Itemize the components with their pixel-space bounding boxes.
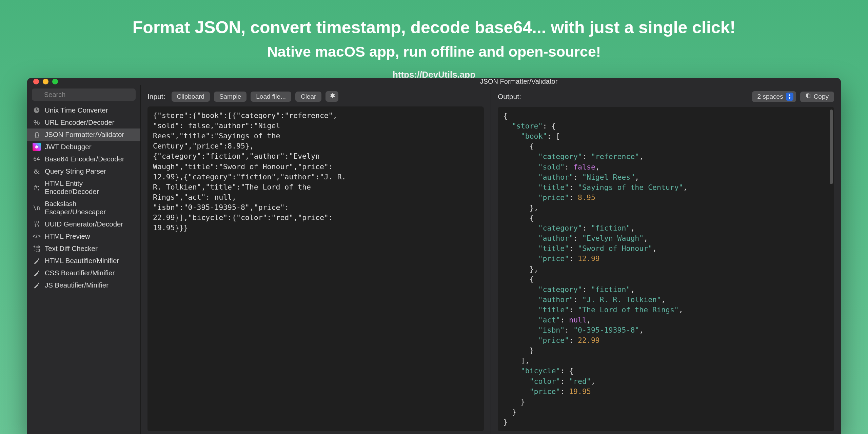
- b64-icon: 64: [33, 155, 41, 163]
- sidebar-item-js-beautifier-minifier[interactable]: JS Beautifier/Minifier: [27, 279, 140, 291]
- braces-icon: {,}: [33, 131, 41, 139]
- clear-button[interactable]: Clear: [295, 92, 321, 102]
- tool-list: Unix Time Converter%URL Encoder/Decoder{…: [27, 104, 140, 291]
- settings-button[interactable]: [326, 91, 338, 102]
- clock-icon: [33, 106, 41, 114]
- input-pane: Input: Clipboard Sample Load file... Cle…: [141, 85, 491, 434]
- chevron-updown-icon: ▲▼: [786, 93, 793, 101]
- scrollbar-icon[interactable]: [830, 110, 833, 184]
- amp-icon: &: [33, 167, 41, 175]
- sidebar-item-label: HTML Beautifier/Minifier: [45, 257, 119, 265]
- fullscreen-icon[interactable]: [52, 79, 58, 84]
- sidebar-item-label: HTML Entity Encoder/Decoder: [45, 179, 135, 196]
- clipboard-button[interactable]: Clipboard: [172, 92, 210, 102]
- percent-icon: %: [33, 118, 41, 126]
- clipboard-icon: [806, 93, 811, 101]
- sidebar-item-html-beautifier-minifier[interactable]: HTML Beautifier/Minifier: [27, 255, 140, 267]
- sidebar-item-base64-encoder-decoder[interactable]: 64Base64 Encoder/Decoder: [27, 153, 140, 165]
- sidebar-item-jwt-debugger[interactable]: ✱JWT Debugger: [27, 141, 140, 153]
- sidebar-item-label: CSS Beautifier/Minifier: [45, 269, 115, 277]
- sidebar-item-label: JWT Debugger: [45, 143, 91, 151]
- search-input[interactable]: [32, 88, 136, 101]
- sidebar-item-backslash-escaper-unescaper[interactable]: \nBackslash Escaper/Unescaper: [27, 198, 140, 218]
- output-textarea[interactable]: { "store": { "book": [ { "category": "re…: [498, 107, 834, 431]
- wand-icon: [33, 269, 41, 277]
- indent-select[interactable]: 2 spaces ▲▼: [752, 91, 796, 102]
- diff-icon: +ab-cd: [33, 244, 41, 253]
- sidebar-item-label: HTML Preview: [45, 232, 90, 240]
- gear-icon: [329, 93, 335, 100]
- svg-rect-3: [807, 94, 810, 98]
- copy-button[interactable]: Copy: [800, 92, 834, 102]
- sidebar-item-json-formatter-validator[interactable]: {,}JSON Formatter/Validator: [27, 129, 140, 141]
- sidebar-item-query-string-parser[interactable]: &Query String Parser: [27, 165, 140, 177]
- app-window: JSON Formatter/Validator Unix Time Conve…: [27, 78, 841, 434]
- hero-headline-2: Native macOS app, run offline and open-s…: [0, 43, 868, 60]
- sidebar-item-label: UUID Generator/Decoder: [45, 220, 123, 228]
- sidebar-item-label: Unix Time Converter: [45, 106, 108, 114]
- wand-icon: [33, 281, 41, 289]
- sidebar-item-html-entity-encoder-decoder[interactable]: #;HTML Entity Encoder/Decoder: [27, 177, 140, 198]
- sidebar-item-label: Backslash Escaper/Unescaper: [45, 200, 135, 216]
- close-icon[interactable]: [33, 79, 39, 84]
- sample-button[interactable]: Sample: [214, 92, 246, 102]
- hero-banner: Format JSON, convert timestamp, decode b…: [0, 0, 868, 80]
- traffic-lights: [33, 79, 58, 84]
- sidebar-item-label: Base64 Encoder/Decoder: [45, 155, 124, 163]
- indent-value: 2 spaces: [757, 93, 783, 100]
- minimize-icon[interactable]: [43, 79, 48, 84]
- sidebar-item-label: JS Beautifier/Minifier: [45, 281, 108, 289]
- titlebar: JSON Formatter/Validator: [27, 78, 841, 85]
- sidebar-item-label: URL Encoder/Decoder: [45, 118, 114, 126]
- input-textarea[interactable]: {"store":{"book":[{"category":"reference…: [147, 106, 484, 431]
- sidebar-item-unix-time-converter[interactable]: Unix Time Converter: [27, 104, 140, 116]
- copy-label: Copy: [814, 93, 829, 100]
- output-label: Output:: [498, 93, 521, 101]
- sidebar-item-html-preview[interactable]: </>HTML Preview: [27, 230, 140, 242]
- output-pane: Output: 2 spaces ▲▼ Copy: [491, 85, 841, 434]
- sidebar-item-label: Query String Parser: [45, 167, 106, 175]
- sidebar-item-label: Text Diff Checker: [45, 244, 98, 253]
- window-title: JSON Formatter/Validator: [27, 78, 841, 85]
- sidebar-item-label: JSON Formatter/Validator: [45, 131, 124, 139]
- uuid-icon: UUID: [33, 220, 41, 228]
- input-label: Input:: [147, 93, 165, 101]
- html-icon: </>: [33, 232, 41, 240]
- load-file-button[interactable]: Load file...: [251, 92, 291, 102]
- jwt-icon: ✱: [33, 143, 41, 151]
- hero-headline-1: Format JSON, convert timestamp, decode b…: [0, 18, 868, 37]
- sidebar-item-url-encoder-decoder[interactable]: %URL Encoder/Decoder: [27, 116, 140, 129]
- wand-icon: [33, 257, 41, 265]
- sidebar: Unix Time Converter%URL Encoder/Decoder{…: [27, 85, 141, 434]
- sidebar-item-css-beautifier-minifier[interactable]: CSS Beautifier/Minifier: [27, 267, 140, 279]
- sidebar-item-text-diff-checker[interactable]: +ab-cdText Diff Checker: [27, 242, 140, 255]
- backslash-icon: \n: [33, 204, 41, 212]
- hash-icon: #;: [33, 183, 41, 192]
- sidebar-item-uuid-generator-decoder[interactable]: UUIDUUID Generator/Decoder: [27, 218, 140, 230]
